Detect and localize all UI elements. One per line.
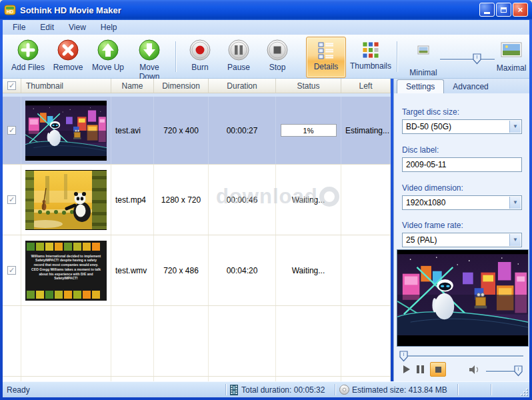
table-row-empty — [3, 377, 391, 381]
seek-slider-thumb[interactable] — [399, 351, 409, 362]
svg-text:HD: HD — [7, 9, 13, 14]
zoom-slider-track[interactable] — [440, 59, 495, 60]
burn-button[interactable]: Burn — [180, 37, 220, 77]
remove-icon — [57, 39, 79, 61]
add-files-icon — [17, 39, 39, 61]
volume-slider-thumb[interactable] — [514, 365, 523, 377]
file-status: Waiting... — [276, 165, 341, 235]
column-header-thumbnail[interactable]: Thumbnail — [21, 79, 111, 93]
target-disc-size-select[interactable]: BD-50 (50G) ▼ — [402, 119, 522, 134]
menu-bar: File Edit View Help — [3, 20, 529, 35]
close-button[interactable]: × — [513, 3, 528, 17]
video-preview — [397, 249, 529, 347]
status-ready: Ready — [7, 385, 30, 395]
column-header-duration[interactable]: Duration — [209, 79, 276, 93]
maximize-icon — [501, 7, 507, 13]
pause-button[interactable]: Pause — [219, 37, 259, 77]
tab-advanced[interactable]: Advanced — [444, 80, 497, 93]
file-duration: 00:04:20 — [209, 235, 276, 305]
play-button[interactable] — [403, 365, 410, 373]
close-icon: × — [518, 5, 523, 15]
maximize-button[interactable] — [496, 3, 511, 17]
column-header-name[interactable]: Name — [111, 79, 154, 93]
statusbar-divider — [225, 384, 226, 395]
stop-button[interactable]: Stop — [257, 37, 297, 77]
progress-bar: 1% — [281, 124, 337, 137]
film-icon — [230, 385, 238, 395]
minimize-button[interactable] — [479, 3, 495, 17]
status-bar: Ready Total duration: 00:05:32 Estimated… — [3, 381, 529, 397]
volume-slider-track[interactable] — [486, 371, 518, 372]
file-duration: 00:00:27 — [209, 97, 276, 164]
disc-icon — [339, 385, 349, 395]
settings-panel: Settings Advanced Target disc size: BD-5… — [393, 79, 529, 381]
tab-settings[interactable]: Settings — [397, 79, 444, 93]
column-header-left[interactable]: Left — [341, 79, 391, 93]
video-frame-rate-label: Video frame rate: — [402, 221, 463, 230]
menu-file[interactable]: File — [5, 21, 33, 34]
disc-label-label: Disc label: — [402, 145, 439, 155]
column-header-dimension[interactable]: Dimension — [154, 79, 209, 93]
stop-square-icon — [435, 367, 441, 373]
move-up-button[interactable]: Move Up — [88, 37, 128, 77]
zoom-slider-thumb[interactable] — [473, 53, 482, 65]
video-dimension-label: Video dimension: — [402, 183, 463, 193]
slide-text: Williams International decided to implem… — [30, 254, 102, 281]
toolbar: Add Files Remove Move Up Move Down Burn — [3, 35, 529, 79]
details-view-button[interactable]: Details — [306, 37, 346, 78]
video-frame-rate-select[interactable]: 25 (PAL) ▼ — [402, 233, 522, 247]
disc-label-input[interactable] — [402, 157, 522, 172]
resize-grip[interactable] — [520, 388, 528, 396]
file-dimension: 1280 x 720 — [154, 165, 209, 235]
table-row[interactable]: ✓ test.avi 720 x 400 00:00:27 1% Estimat… — [3, 97, 391, 165]
pause-icon — [227, 39, 250, 61]
file-name: test.mp4 — [111, 165, 154, 235]
row-checkbox[interactable]: ✓ — [7, 266, 16, 275]
zoom-maximal: Maximal — [491, 37, 532, 77]
statusbar-divider — [335, 384, 335, 395]
menu-help[interactable]: Help — [93, 21, 125, 34]
status-estimated-size: Estimated size: 413.84 MB — [352, 385, 447, 395]
thumbnails-view-button[interactable]: Thumbnails — [349, 37, 392, 77]
minimize-icon — [484, 12, 490, 14]
row-checkbox[interactable]: ✓ — [7, 195, 16, 204]
table-row[interactable]: ✓ Williams International decided to impl… — [3, 235, 391, 306]
panel-tabs: Settings Advanced — [394, 79, 529, 93]
time-left — [341, 235, 391, 305]
row-checkbox[interactable]: ✓ — [7, 126, 16, 135]
file-dimension: 720 x 400 — [154, 97, 209, 164]
pause-playback-button[interactable] — [417, 365, 424, 373]
select-all-checkbox[interactable]: ✓ — [3, 79, 21, 93]
window-title: Sothink HD Movie Maker — [20, 5, 121, 15]
chevron-down-icon[interactable]: ▼ — [509, 197, 521, 209]
add-files-button[interactable]: Add Files — [8, 37, 48, 77]
seek-slider-track[interactable] — [402, 355, 523, 357]
thumbnails-icon — [361, 40, 380, 60]
file-name: test.avi — [111, 97, 154, 164]
video-dimension-select[interactable]: 1920x1080 ▼ — [402, 195, 522, 210]
time-left — [341, 165, 391, 235]
move-down-icon — [138, 39, 161, 61]
table-row-empty — [3, 306, 391, 377]
table-header: ✓ Thumbnail Name Dimension Duration Stat… — [3, 79, 391, 93]
file-duration: 00:00:46 — [209, 165, 276, 235]
speaker-icon[interactable] — [469, 365, 481, 375]
maximal-image-icon — [501, 41, 522, 62]
menu-edit[interactable]: Edit — [33, 21, 61, 34]
titlebar: HD Sothink HD Movie Maker × — [0, 0, 532, 20]
chevron-down-icon[interactable]: ▼ — [509, 234, 521, 246]
file-status: Waiting... — [276, 235, 341, 305]
column-header-status[interactable]: Status — [276, 79, 341, 93]
move-up-icon — [97, 39, 119, 61]
minimal-image-icon — [417, 45, 429, 67]
table-row[interactable]: ✓ test.mp4 1280 x 720 00:00:46 Waiting..… — [3, 165, 391, 235]
stop-playback-button[interactable] — [430, 362, 446, 377]
video-thumbnail-slide: Williams International decided to implem… — [25, 241, 107, 301]
remove-button[interactable]: Remove — [48, 37, 88, 77]
move-down-button[interactable]: Move Down — [129, 37, 169, 77]
statusbar-divider — [491, 384, 491, 395]
toolbar-separator — [175, 41, 176, 72]
menu-view[interactable]: View — [61, 21, 93, 34]
video-thumbnail-panda — [25, 170, 107, 230]
chevron-down-icon[interactable]: ▼ — [509, 121, 521, 133]
